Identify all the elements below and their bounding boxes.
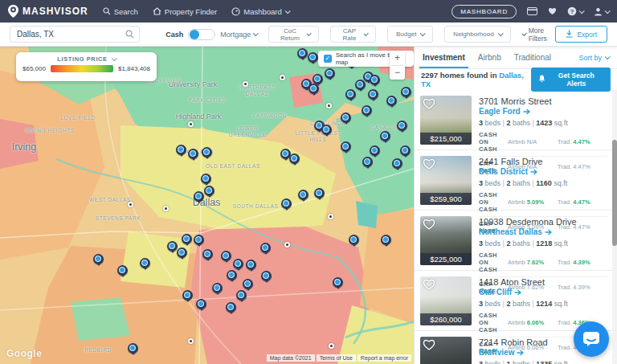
favorite-heart-icon[interactable] [423,158,435,170]
map-property-pin[interactable] [236,290,247,301]
report-map-error-link[interactable]: Report a map error [358,354,411,362]
map-property-pin[interactable] [370,145,380,156]
listing-address[interactable]: 1418 Aton Street [479,277,607,288]
map-property-pin[interactable] [201,174,211,184]
listing-neighborhood-link[interactable]: Dells District [479,167,607,177]
map-property-pin[interactable] [308,52,318,63]
map-property-pin[interactable] [196,299,206,309]
help-icon[interactable]: ? [567,6,583,16]
map-minor-marker[interactable] [243,81,248,87]
favorites-heart-icon[interactable] [548,7,557,15]
map-property-pin[interactable] [281,198,292,209]
map-property-pin[interactable] [212,283,223,293]
listing-neighborhood-link[interactable]: Eagle Ford [479,107,607,117]
mashboard-button[interactable]: MASHBOARD [452,5,517,18]
location-search-box[interactable] [10,26,140,43]
map-property-pin[interactable] [202,249,213,260]
sort-by-dropdown[interactable]: Sort by [578,54,609,62]
map-property-pin[interactable] [314,188,325,198]
map-property-pin[interactable] [182,234,192,244]
map-minor-marker[interactable] [326,103,332,108]
map-property-pin[interactable] [243,279,253,289]
panel-scrollbar-track[interactable] [612,90,617,364]
map-property-pin[interactable] [202,147,212,157]
map-property-pin[interactable] [341,141,351,152]
panel-scrollbar-thumb[interactable] [612,140,617,246]
search-icon[interactable] [125,27,134,42]
favorite-heart-icon[interactable] [423,279,435,290]
map-minor-marker[interactable] [188,121,194,127]
tab-airbnb[interactable]: Airbnb [478,47,501,68]
map-minor-marker[interactable] [163,206,169,211]
map-property-pin[interactable] [140,258,150,268]
map-property-pin[interactable] [355,80,366,90]
checkbox-checked-icon[interactable]: ✓ [324,55,332,63]
listing-photo[interactable]: $259,900 [420,156,472,205]
coc-return-dropdown[interactable]: CoC Return [268,26,319,43]
listing-address[interactable]: 2441 Falls Drive [479,157,607,167]
budget-dropdown[interactable]: Budget [387,26,433,43]
favorite-heart-icon[interactable] [423,339,435,350]
zoom-out-button[interactable]: − [390,66,405,80]
map-property-pin[interactable] [380,131,390,141]
map-minor-marker[interactable] [280,75,285,80]
map-minor-marker[interactable] [329,343,334,349]
listing-neighborhood-link[interactable]: Oak Cliff [479,288,607,297]
get-search-alerts-button[interactable]: Get Search Alerts [531,67,611,92]
map-property-pin[interactable] [204,186,215,196]
neighborhood-dropdown[interactable]: Neighborhood [444,26,510,43]
brand-logo[interactable]: MASHVISOR [8,5,88,18]
nav-item-search[interactable]: Search [103,7,138,16]
map-property-pin[interactable] [194,191,204,202]
map-property-pin[interactable] [400,145,411,156]
map-property-pin[interactable] [177,247,187,258]
map-property-pin[interactable] [362,105,372,116]
listing-photo[interactable]: $260,000 [420,276,472,325]
nav-item-mashboard[interactable]: Mashboard [231,7,289,16]
chat-widget-button[interactable] [574,321,609,357]
cap-rate-dropdown[interactable]: CAP Rate [330,26,376,43]
listing-card[interactable]: $259,900 2441 Falls Drive Dells District… [415,150,612,211]
map-property-pin[interactable] [93,254,104,264]
map-property-pin[interactable] [227,270,237,280]
map-property-pin[interactable] [226,302,236,313]
map-property-pin[interactable] [381,235,391,245]
map-property-pin[interactable] [333,277,343,288]
map-minor-marker[interactable] [284,242,290,247]
map-property-pin[interactable] [194,235,204,245]
map-property-pin[interactable] [298,190,308,200]
map-property-pin[interactable] [368,89,378,100]
tab-investment[interactable]: Investment [423,47,465,68]
map-property-pin[interactable] [128,343,138,354]
mortgage-dropdown[interactable]: Mortgage [220,31,257,39]
map-property-pin[interactable] [397,121,407,131]
terms-of-use-link[interactable]: Terms of Use [317,354,356,362]
listing-card[interactable]: $225,000 10938 Desdemona Drive Northeast… [415,211,612,271]
map-property-pin[interactable] [289,153,300,164]
map-minor-marker[interactable] [328,214,333,219]
map-property-pin[interactable] [176,145,186,155]
user-account-icon[interactable] [594,7,609,16]
map-property-pin[interactable] [392,158,402,169]
map-property-pin[interactable] [321,125,332,135]
map-property-pin[interactable] [308,84,319,94]
cash-mortgage-toggle[interactable] [188,29,215,40]
favorite-heart-icon[interactable] [423,98,435,109]
map-canvas[interactable]: LISTING PRICE $65,000 $1,843,408 ✓ Searc… [0,47,414,364]
map-property-pin[interactable] [370,75,380,85]
map-property-pin[interactable] [167,241,178,252]
map-property-pin[interactable] [349,235,359,245]
map-property-pin[interactable] [362,157,373,167]
listing-card[interactable]: $215,000 3701 Morris Street Eagle Ford 3… [415,90,612,150]
favorite-heart-icon[interactable] [423,219,435,230]
more-filters-button[interactable]: More Filters [522,27,556,43]
export-button[interactable]: Export [555,26,607,43]
zoom-in-button[interactable]: + [390,51,405,65]
listing-address[interactable]: 10938 Desdemona Drive [479,217,607,227]
location-search-input[interactable] [15,29,125,39]
listing-address[interactable]: 3701 Morris Street [479,96,607,107]
map-property-pin[interactable] [261,271,272,281]
tab-traditional[interactable]: Traditional [514,47,551,68]
map-minor-marker[interactable] [128,202,133,207]
nav-item-property-finder[interactable]: Property Finder [153,7,217,16]
